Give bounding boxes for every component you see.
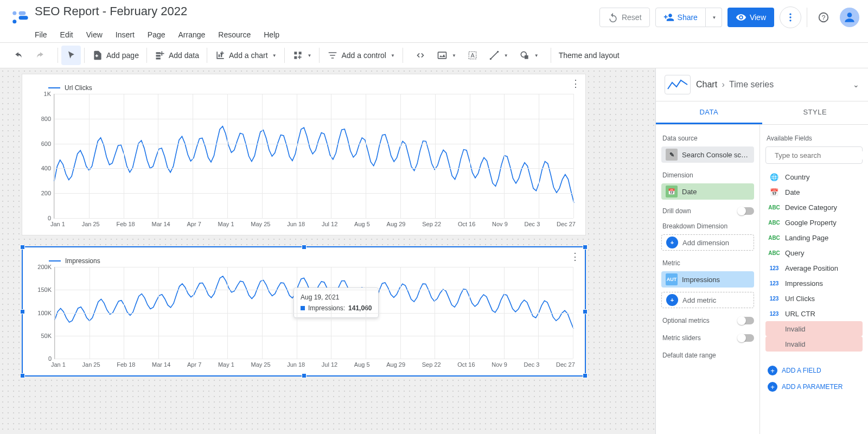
field-label: Impressions [785, 279, 823, 288]
chart-card-url-clicks[interactable]: ⋮ Url Clicks 02004006008001K Jan 1Jan 25… [22, 74, 586, 235]
menu-page[interactable]: Page [148, 30, 165, 39]
optional-metrics-toggle[interactable] [738, 317, 754, 324]
dimension-chip[interactable]: 📅 Date [661, 183, 754, 200]
add-parameter-button[interactable]: +ADD A PARAMETER [765, 379, 863, 395]
field-label: Invalid [785, 340, 806, 348]
data-source-chip[interactable]: ✎ Search Console sc… [661, 146, 754, 163]
field-label: Landing Page [785, 234, 828, 242]
document-title[interactable]: SEO Report - February 2022 [35, 4, 599, 18]
chevron-down-icon: ▼ [712, 15, 716, 20]
metric-sliders-toggle[interactable] [738, 334, 754, 342]
chart-card-impressions[interactable]: ⋮ Impressions Aug 19, 2021 Impressions: … [22, 246, 586, 376]
field-impressions[interactable]: 123Impressions [765, 276, 863, 291]
menu-help[interactable]: Help [264, 30, 279, 39]
field-query[interactable]: ABCQuery [765, 245, 863, 260]
dimension-name: Date [682, 188, 697, 196]
field-url-clicks[interactable]: 123Url Clicks [765, 291, 863, 306]
field-search-input[interactable] [775, 151, 866, 159]
undo-button[interactable] [9, 46, 28, 65]
add-chart-button[interactable]: Add a chart ▼ [210, 46, 281, 65]
chevron-down-icon: ▼ [534, 53, 539, 58]
shape-button[interactable]: ▼ [515, 46, 543, 65]
field-search[interactable] [765, 146, 863, 164]
add-metric-button[interactable]: + Add metric [661, 292, 754, 308]
tab-data[interactable]: DATA [656, 101, 762, 124]
add-data-label: Add data [169, 51, 199, 60]
avatar-icon [843, 10, 857, 24]
chart-type-selector[interactable]: Chart › Time series ⌄ [656, 68, 868, 101]
community-vis-button[interactable]: ▼ [288, 46, 316, 65]
selection-handle[interactable] [20, 309, 25, 314]
data-source-name: Search Console sc… [682, 151, 748, 159]
selection-handle[interactable] [20, 373, 25, 378]
drill-down-toggle[interactable] [738, 207, 754, 215]
menu-arrange[interactable]: Arrange [178, 30, 206, 39]
account-avatar[interactable] [840, 8, 859, 27]
tab-style[interactable]: STYLE [762, 101, 869, 124]
metric-chip[interactable]: AUT Impressions [661, 271, 754, 288]
redo-button[interactable] [30, 46, 50, 65]
section-available-fields: Available Fields [767, 135, 863, 142]
chart-more-button[interactable]: ⋮ [570, 251, 579, 263]
selection-handle[interactable] [583, 373, 588, 378]
image-icon [437, 50, 448, 61]
svg-rect-0 [12, 11, 16, 15]
url-embed-button[interactable] [411, 46, 430, 65]
image-button[interactable]: ▼ [432, 46, 461, 65]
theme-layout-button[interactable]: Theme and layout [554, 46, 624, 65]
field-url-ctr[interactable]: 123URL CTR [765, 306, 863, 321]
report-canvas[interactable]: ⋮ Url Clicks 02004006008001K Jan 1Jan 25… [0, 68, 655, 434]
svg-rect-19 [525, 55, 528, 59]
menu-edit[interactable]: Edit [60, 30, 73, 39]
help-button[interactable]: ? [813, 7, 834, 28]
selection-handle[interactable] [302, 245, 307, 250]
shape-icon [519, 50, 530, 61]
menu-insert[interactable]: Insert [116, 30, 135, 39]
selection-tool-button[interactable] [61, 46, 81, 65]
chevron-down-icon: ▼ [504, 53, 508, 58]
menu-view[interactable]: View [86, 30, 103, 39]
add-field-button[interactable]: +ADD A FIELD [765, 362, 863, 379]
line-button[interactable]: ▼ [484, 46, 513, 65]
selection-handle[interactable] [20, 245, 25, 250]
view-button[interactable]: View [727, 8, 774, 27]
add-data-button[interactable]: Add data [150, 46, 203, 65]
section-metric: Metric [662, 259, 754, 267]
legend: Url Clicks [32, 81, 576, 94]
menu-resource[interactable]: Resource [218, 30, 251, 39]
field-average-position[interactable]: 123Average Position [765, 260, 863, 276]
share-dropdown-button[interactable]: ▼ [706, 8, 722, 27]
add-page-button[interactable]: Add page [88, 46, 143, 65]
plus-icon: + [768, 366, 777, 375]
field-country[interactable]: 🌐Country [765, 169, 863, 184]
chart-more-button[interactable]: ⋮ [571, 78, 580, 90]
field-google-property[interactable]: ABCGoogle Property [765, 215, 863, 230]
app-logo[interactable] [7, 4, 33, 30]
more-options-button[interactable] [780, 7, 801, 28]
add-control-label: Add a control [341, 51, 386, 60]
filter-icon [327, 50, 338, 61]
svg-point-9 [847, 12, 852, 17]
field-date[interactable]: 📅Date [765, 184, 863, 200]
share-button[interactable]: Share [655, 8, 706, 27]
add-control-button[interactable]: Add a control ▼ [323, 46, 399, 65]
x-axis: Jan 1Jan 25Feb 18Mar 14Apr 7May 1May 25J… [51, 361, 575, 368]
123-icon: 123 [768, 296, 781, 302]
crumb-separator: › [722, 80, 725, 89]
field-landing-page[interactable]: ABCLanding Page [765, 230, 863, 245]
chevron-down-icon: ▼ [308, 53, 312, 58]
section-data-source: Data source [662, 135, 754, 142]
field-invalid[interactable]: Invalid [765, 321, 863, 336]
field-invalid[interactable]: Invalid [765, 336, 863, 352]
svg-rect-13 [438, 52, 446, 59]
selection-handle[interactable] [583, 309, 588, 314]
add-dimension-button[interactable]: + Add dimension [661, 234, 754, 251]
selection-handle[interactable] [583, 245, 588, 250]
field-device-category[interactable]: ABCDevice Category [765, 200, 863, 215]
text-button[interactable]: A [463, 46, 482, 65]
svg-text:?: ? [822, 14, 826, 22]
selection-handle[interactable] [302, 373, 307, 378]
menu-file[interactable]: File [35, 30, 47, 39]
reset-button[interactable]: Reset [599, 8, 650, 27]
text-icon: A [467, 50, 478, 61]
